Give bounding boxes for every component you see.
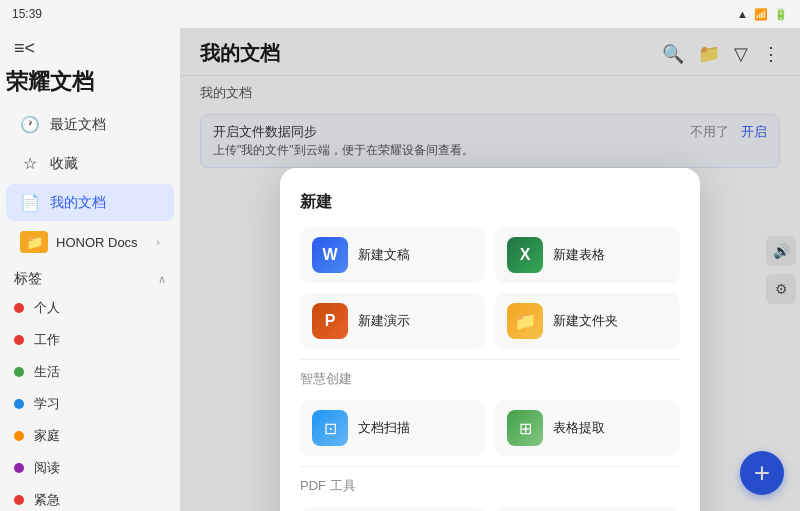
new-doc-item[interactable]: W 新建文稿 bbox=[300, 227, 485, 283]
sidebar: ≡< 荣耀文档 🕐 最近文档 ☆ 收藏 📄 我的文档 📁 HONOR Docs … bbox=[0, 28, 180, 511]
scan-label: 文档扫描 bbox=[358, 419, 410, 437]
scan-icon: ⊡ bbox=[312, 410, 348, 446]
tag-dot-life bbox=[14, 367, 24, 377]
content-area: 我的文档 🔍 📁 ▽ ⋮ 我的文档 开启文件数据同步 上传"我的文件"到云端，便… bbox=[180, 28, 800, 511]
excel-icon: X bbox=[507, 237, 543, 273]
pdf-tools-title: PDF 工具 bbox=[300, 477, 680, 495]
doc-to-pdf-item[interactable]: W 文稿转 PDF bbox=[495, 507, 680, 511]
new-doc-label: 新建文稿 bbox=[358, 246, 410, 264]
favorites-label: 收藏 bbox=[50, 155, 78, 173]
tag-life[interactable]: 生活 bbox=[0, 356, 180, 388]
img-to-pdf-item[interactable]: PDF 图片转 PDF bbox=[300, 507, 485, 511]
new-folder-label: 新建文件夹 bbox=[553, 312, 618, 330]
tag-study[interactable]: 学习 bbox=[0, 388, 180, 420]
sidebar-item-favorites[interactable]: ☆ 收藏 bbox=[6, 145, 174, 182]
sidebar-title: 荣耀文档 bbox=[6, 67, 174, 97]
tags-section-header: 标签 ∧ bbox=[0, 262, 180, 292]
tag-family[interactable]: 家庭 bbox=[0, 420, 180, 452]
recent-icon: 🕐 bbox=[20, 115, 40, 134]
tag-reading[interactable]: 阅读 bbox=[0, 452, 180, 484]
new-ppt-label: 新建演示 bbox=[358, 312, 410, 330]
sidebar-item-mydocs[interactable]: 📄 我的文档 bbox=[6, 184, 174, 221]
honor-docs-folder-icon: 📁 bbox=[20, 231, 48, 253]
modal-smart-grid: ⊡ 文档扫描 ⊞ 表格提取 bbox=[300, 400, 680, 456]
new-modal: 新建 W 新建文稿 X 新建表格 P 新建演示 📁 新建文件夹 bbox=[280, 168, 700, 511]
scan-doc-item[interactable]: ⊡ 文档扫描 bbox=[300, 400, 485, 456]
modal-create-grid: W 新建文稿 X 新建表格 P 新建演示 📁 新建文件夹 bbox=[300, 227, 680, 349]
mydocs-label: 我的文档 bbox=[50, 194, 106, 212]
status-time: 15:39 bbox=[12, 7, 42, 21]
table-extract-label: 表格提取 bbox=[553, 419, 605, 437]
battery-icon: 🔋 bbox=[774, 8, 788, 21]
hamburger-icon[interactable]: ≡< bbox=[14, 38, 35, 59]
honor-docs-item[interactable]: 📁 HONOR Docs › bbox=[6, 223, 174, 261]
table-extract-icon: ⊞ bbox=[507, 410, 543, 446]
tag-urgent[interactable]: 紧急 bbox=[0, 484, 180, 511]
tag-dot-reading bbox=[14, 463, 24, 473]
honor-docs-chevron: › bbox=[156, 236, 160, 248]
status-icons: ▲ 📶 🔋 bbox=[737, 8, 788, 21]
tag-personal[interactable]: 个人 bbox=[0, 292, 180, 324]
status-bar: 15:39 ▲ 📶 🔋 bbox=[0, 0, 800, 28]
tag-dot-study bbox=[14, 399, 24, 409]
new-ppt-item[interactable]: P 新建演示 bbox=[300, 293, 485, 349]
star-icon: ☆ bbox=[20, 154, 40, 173]
modal-title: 新建 bbox=[300, 192, 680, 213]
new-sheet-item[interactable]: X 新建表格 bbox=[495, 227, 680, 283]
ppt-icon: P bbox=[312, 303, 348, 339]
main-layout: ≡< 荣耀文档 🕐 最近文档 ☆ 收藏 📄 我的文档 📁 HONOR Docs … bbox=[0, 28, 800, 511]
word-icon: W bbox=[312, 237, 348, 273]
wifi-icon: ▲ bbox=[737, 8, 748, 20]
tags-label: 标签 bbox=[14, 270, 42, 288]
tag-dot-personal bbox=[14, 303, 24, 313]
recent-label: 最近文档 bbox=[50, 116, 106, 134]
tag-dot-work bbox=[14, 335, 24, 345]
doc-icon: 📄 bbox=[20, 193, 40, 212]
signal-icon: 📶 bbox=[754, 8, 768, 21]
table-extract-item[interactable]: ⊞ 表格提取 bbox=[495, 400, 680, 456]
new-sheet-label: 新建表格 bbox=[553, 246, 605, 264]
sidebar-header: ≡< bbox=[0, 28, 180, 67]
modal-divider-1 bbox=[300, 359, 680, 360]
tag-dot-family bbox=[14, 431, 24, 441]
modal-pdf-grid: PDF 图片转 PDF W 文稿转 PDF X 表格转 PDF PDF 演示转 … bbox=[300, 507, 680, 511]
time-display: 15:39 bbox=[12, 7, 42, 21]
sidebar-item-recent[interactable]: 🕐 最近文档 bbox=[6, 106, 174, 143]
honor-docs-label: HONOR Docs bbox=[56, 235, 148, 250]
tag-dot-urgent bbox=[14, 495, 24, 505]
new-folder-icon: 📁 bbox=[507, 303, 543, 339]
tag-work[interactable]: 工作 bbox=[0, 324, 180, 356]
tags-chevron-icon[interactable]: ∧ bbox=[158, 273, 166, 286]
smart-create-title: 智慧创建 bbox=[300, 370, 680, 388]
new-folder-item[interactable]: 📁 新建文件夹 bbox=[495, 293, 680, 349]
modal-divider-2 bbox=[300, 466, 680, 467]
